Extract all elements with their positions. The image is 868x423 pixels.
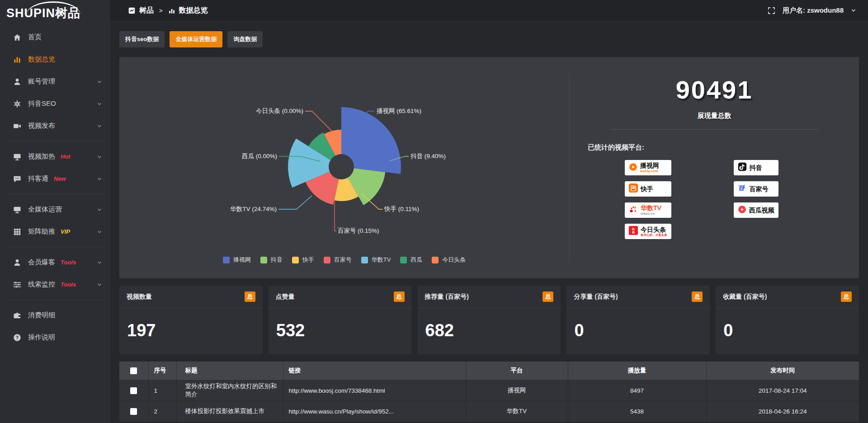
- legend-label: 百家号: [334, 256, 352, 264]
- sidebar-item-sliders[interactable]: 线索监控Tools: [0, 273, 110, 296]
- video-title-link[interactable]: 楼体投影灯投影效果震撼上市: [176, 401, 283, 422]
- platform-badge-toutiao: 头条今日头条你关心的，才是头条: [625, 224, 671, 239]
- chart-legend: 播视网抖音快手百家号华数TV西瓜今日头条: [119, 256, 569, 264]
- platform-badge-text: 播视网boosj.com: [640, 162, 659, 173]
- xigua-logo-icon: [738, 205, 746, 216]
- sidebar-item-badge: Hot: [61, 153, 71, 160]
- username[interactable]: 用户名: zswodun88: [783, 6, 844, 15]
- video-url-link[interactable]: http://www.wasu.cn/Play/show/id/952...: [283, 401, 466, 422]
- platform-name: 快手: [641, 186, 653, 192]
- stat-card-title: 分享量 (百家号): [574, 293, 618, 301]
- pie-hole: [329, 154, 354, 179]
- row-checkbox-cell: [119, 380, 148, 401]
- legend-item-西瓜[interactable]: 西瓜: [400, 256, 422, 264]
- sidebar-item-label: 首页: [28, 33, 42, 42]
- sidebar-item-help[interactable]: ?操作说明: [0, 326, 110, 348]
- chevron-down-icon: [97, 176, 102, 182]
- video-url-link[interactable]: http://www.boosj.com/7338468.html: [283, 380, 466, 401]
- logo-arc: [26, 1, 80, 15]
- legend-label: 西瓜: [410, 256, 422, 264]
- monitor-icon: [13, 205, 22, 214]
- stat-card-5: 收藏量 (百家号)总0: [716, 286, 859, 354]
- cell-platform: 播视网: [466, 380, 568, 401]
- sidebar-item-label: 视频加热: [28, 152, 55, 161]
- tab-1[interactable]: 抖音seo数据: [119, 31, 165, 47]
- sidebar-divider: [7, 300, 103, 300]
- screen-icon: [13, 152, 22, 161]
- stat-card-value: 0: [566, 308, 710, 340]
- sidebar-item-member[interactable]: 会员爆客Tools: [0, 251, 110, 273]
- user-chevron-down-icon[interactable]: [851, 7, 856, 14]
- row-checkbox[interactable]: [130, 408, 137, 415]
- sidebar-item-screen[interactable]: 视频加热Hot: [0, 146, 110, 168]
- column-header-2: 标题: [176, 362, 283, 380]
- sidebar-item-home[interactable]: 首页: [0, 26, 110, 48]
- sidebar-item-chart[interactable]: 数据总览: [0, 48, 110, 70]
- platform-badge-baijiahao: 百百家号: [734, 181, 778, 197]
- kuaishou-logo-icon: [629, 183, 638, 194]
- platform-badge-text: 快手: [641, 186, 653, 192]
- pie-label-line: [305, 111, 332, 132]
- member-icon: [13, 258, 22, 267]
- sidebar-item-user[interactable]: 账号管理: [0, 70, 110, 93]
- legend-item-播视网[interactable]: 播视网: [223, 256, 251, 264]
- sidebar-item-video[interactable]: 视频发布: [0, 115, 110, 137]
- legend-label: 抖音: [271, 256, 283, 264]
- stat-card-4: 分享量 (百家号)总0: [566, 286, 710, 354]
- sidebar-item-bubble[interactable]: 抖客通New: [0, 168, 110, 190]
- sidebar-item-grid[interactable]: 矩阵助推VIP: [0, 221, 110, 243]
- table-row: 2楼体投影灯投影效果震撼上市http://www.wasu.cn/Play/sh…: [119, 401, 859, 422]
- cell-plays: 8497: [568, 380, 706, 401]
- legend-swatch: [292, 257, 299, 263]
- tab-2[interactable]: 全媒体运营数据: [170, 31, 222, 47]
- help-icon: ?: [13, 333, 22, 342]
- topbar-right: 用户名: zswodun88: [768, 6, 856, 15]
- legend-swatch: [324, 257, 330, 263]
- cell-time: 2017-08-24 17:04: [706, 380, 859, 401]
- chevron-down-icon: [97, 282, 102, 287]
- legend-item-华数TV[interactable]: 华数TV: [361, 256, 391, 264]
- sidebar-divider: [7, 247, 103, 247]
- legend-item-百家号[interactable]: 百家号: [324, 256, 352, 264]
- total-impressions-label: 展现量总数: [583, 112, 845, 120]
- platform-name: 百家号: [750, 186, 769, 192]
- cell-seq: 2: [148, 401, 176, 422]
- svg-text:条: 条: [632, 230, 635, 234]
- sidebar-item-label: 矩阵助推: [28, 227, 55, 236]
- total-badge: 总: [692, 291, 703, 302]
- total-badge: 总: [245, 291, 255, 302]
- select-all-checkbox[interactable]: [130, 367, 137, 374]
- app-logo[interactable]: SHUPIN树品: [0, 0, 110, 26]
- legend-swatch: [223, 257, 230, 263]
- row-checkbox[interactable]: [130, 387, 137, 394]
- legend-item-抖音[interactable]: 抖音: [260, 256, 283, 264]
- cell-time: 2018-04-26 16:24: [706, 401, 859, 422]
- main-content: 抖音seo数据全媒体运营数据询盘数据 播视网 (65.61%)抖音 (9.40%…: [110, 22, 868, 423]
- breadcrumb-separator: >: [159, 7, 163, 14]
- sidebar-item-gear[interactable]: 抖音SEO: [0, 93, 110, 115]
- column-header-1: 序号: [148, 362, 176, 380]
- tab-3[interactable]: 询盘数据: [227, 31, 263, 47]
- breadcrumb-current[interactable]: 数据总览: [179, 6, 208, 15]
- sidebar-item-wallet[interactable]: 消费明细: [0, 304, 110, 326]
- total-badge: 总: [394, 291, 405, 302]
- column-header-4: 平台: [466, 362, 568, 380]
- sidebar-item-monitor[interactable]: 全媒体运营: [0, 198, 110, 221]
- toutiao-logo-icon: 头条: [629, 226, 638, 237]
- stat-card-header: 视频数量总: [119, 286, 263, 308]
- sidebar-item-label: 全媒体运营: [28, 205, 62, 214]
- wallet-icon: [13, 311, 22, 320]
- video-title-link[interactable]: 室外水纹灯和室内水纹灯的区别和简介: [176, 380, 283, 401]
- pie-label: 百家号 (0.15%): [338, 227, 379, 234]
- chevron-down-icon: [97, 207, 102, 212]
- cell-seq: 1: [148, 380, 176, 401]
- platform-badge-text: 西瓜视频: [749, 207, 774, 213]
- stat-card-1: 视频数量总197: [119, 286, 263, 354]
- platform-name: 播视网: [640, 162, 659, 169]
- total-impressions-value: 90491: [583, 75, 845, 104]
- breadcrumb-root[interactable]: 树品: [139, 6, 154, 15]
- legend-item-快手[interactable]: 快手: [292, 256, 314, 264]
- legend-item-今日头条[interactable]: 今日头条: [432, 256, 466, 264]
- legend-swatch: [432, 257, 439, 263]
- fullscreen-icon[interactable]: [768, 7, 775, 14]
